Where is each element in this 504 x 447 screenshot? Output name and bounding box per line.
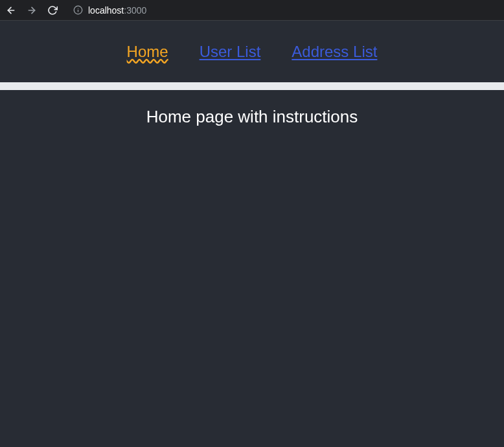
main-content: Home page with instructions — [0, 90, 504, 447]
divider — [0, 82, 504, 90]
page-title: Home page with instructions — [0, 107, 504, 127]
back-icon[interactable] — [5, 5, 17, 16]
nav-link-user-list[interactable]: User List — [200, 43, 261, 61]
url-text: localhost:3000 — [88, 5, 146, 16]
address-bar[interactable]: localhost:3000 — [67, 1, 499, 19]
page-nav: Home User List Address List — [0, 21, 504, 82]
url-host: localhost — [88, 5, 124, 16]
reload-icon[interactable] — [47, 5, 58, 16]
browser-toolbar: localhost:3000 — [0, 0, 504, 21]
forward-icon[interactable] — [26, 5, 38, 16]
nav-link-home[interactable]: Home — [127, 43, 168, 61]
nav-link-address-list[interactable]: Address List — [292, 43, 377, 61]
url-port: :3000 — [124, 5, 146, 16]
info-icon[interactable] — [73, 5, 83, 16]
